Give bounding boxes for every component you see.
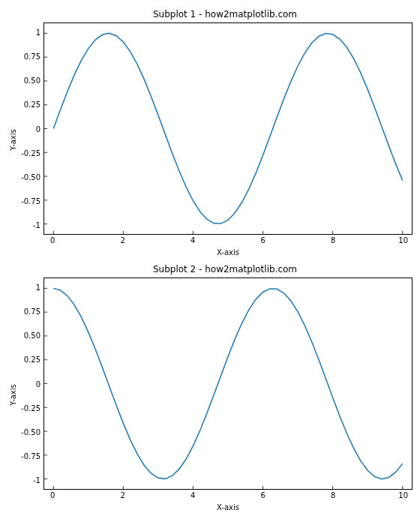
ytick-label: 1: [36, 284, 40, 292]
ytick-label: 0: [36, 380, 40, 388]
ytick-label: 0.75: [24, 308, 40, 316]
xtick-label: 0: [50, 236, 55, 244]
ytick-label: -0.25: [21, 148, 40, 157]
chart-2: Subplot 2 - how2matplotlib.com Y-axis -1…: [8, 264, 412, 512]
xtick-label: 8: [331, 491, 335, 500]
ytick-label: 0.25: [24, 100, 40, 109]
ytick-label: -1: [33, 220, 40, 229]
chart-1-body: Y-axis -1-0.75-0.50-0.2500.250.500.751 0…: [8, 22, 412, 256]
ytick-label: 0.50: [24, 332, 40, 340]
xtick-label: 4: [190, 491, 195, 500]
xtick-label: 2: [121, 236, 125, 244]
xtick-label: 0: [50, 491, 55, 500]
chart-1-ylabel: Y-axis: [9, 129, 17, 151]
ytick-label: 1: [36, 28, 40, 37]
chart-2-ylabel: Y-axis: [9, 384, 17, 406]
chart-2-title: Subplot 2 - how2matplotlib.com: [8, 264, 412, 274]
xtick-label: 4: [190, 236, 195, 244]
chart-1-title: Subplot 1 - how2matplotlib.com: [8, 9, 412, 20]
ytick-label: -0.25: [21, 404, 40, 412]
ytick-label: 0.50: [24, 76, 40, 85]
xtick-label: 8: [331, 236, 335, 244]
xtick-label: 6: [261, 491, 266, 500]
ytick-label: -0.50: [21, 428, 40, 436]
chart-2-plot-area: [44, 278, 412, 490]
xtick-label: 10: [398, 491, 408, 500]
chart-2-xlabel: X-axis: [18, 502, 412, 512]
chart-2-xticks: 0246810: [44, 490, 412, 502]
chart-1: Subplot 1 - how2matplotlib.com Y-axis -1…: [8, 9, 412, 256]
chart-1-plot-area: [44, 22, 412, 235]
ytick-label: 0: [36, 124, 40, 133]
ytick-label: 0.75: [24, 52, 40, 61]
ytick-label: -0.50: [21, 172, 40, 181]
ytick-label: -1: [33, 476, 40, 484]
xtick-label: 2: [121, 491, 125, 500]
chart-1-xlabel: X-axis: [18, 247, 412, 256]
ytick-label: -0.75: [21, 196, 40, 205]
chart-2-yticks: -1-0.75-0.50-0.2500.250.500.751: [18, 278, 44, 490]
chart-1-xticks: 0246810: [44, 235, 412, 247]
xtick-label: 6: [261, 236, 266, 244]
ytick-label: -0.75: [21, 452, 40, 460]
chart-1-yticks: -1-0.75-0.50-0.2500.250.500.751: [18, 22, 44, 235]
chart-2-body: Y-axis -1-0.75-0.50-0.2500.250.500.751 0…: [8, 278, 412, 512]
xtick-label: 10: [398, 236, 408, 244]
ytick-label: 0.25: [24, 356, 40, 364]
